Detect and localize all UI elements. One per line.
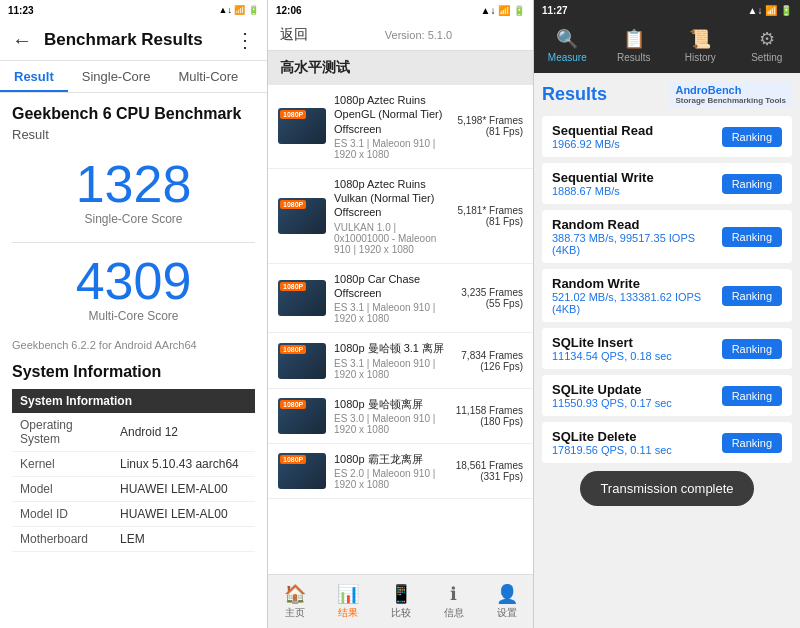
list-item[interactable]: 1080P 1080p Aztec Ruins OpenGL (Normal T… xyxy=(268,85,533,169)
ranking-button[interactable]: Ranking xyxy=(722,227,782,247)
back-button-p1[interactable]: ← xyxy=(12,29,32,52)
top-nav-icon: 📜 xyxy=(689,28,711,50)
game-name: 1080p Car Chase Offscreen xyxy=(334,272,455,301)
resolution-badge: 1080P xyxy=(280,455,306,464)
game-info: 1080p 曼哈顿离屏 ES 3.0 | Maleoon 910 | 1920 … xyxy=(334,397,450,435)
status-icons-p1: ▲↓ 📶 🔋 xyxy=(219,5,259,15)
benchmark-row: Random Read 388.73 MB/s, 99517.35 IOPS (… xyxy=(542,210,792,263)
results-header: Results AndroBench Storage Benchmarking … xyxy=(542,81,792,108)
tab-multi-core[interactable]: Multi-Core xyxy=(164,61,252,92)
game-detail: ES 3.0 | Maleoon 910 | 1920 x 1080 xyxy=(334,413,450,435)
bottom-nav-item-结果[interactable]: 📊 结果 xyxy=(321,579,374,624)
sys-key: Operating System xyxy=(12,413,112,452)
list-item[interactable]: 1080P 1080p 霸王龙离屏 ES 2.0 | Maleoon 910 |… xyxy=(268,444,533,499)
sys-value: HUAWEI LEM-AL00 xyxy=(112,502,255,527)
single-score: 1328 xyxy=(12,158,255,210)
top-nav-label: Setting xyxy=(751,52,782,63)
list-item[interactable]: 1080P 1080p 曼哈顿 3.1 离屏 ES 3.1 | Maleoon … xyxy=(268,333,533,388)
game-score: 3,235 Frames (55 Fps) xyxy=(461,287,523,309)
statusbar-p2: 12:06 ▲↓ 📶 🔋 xyxy=(268,0,533,20)
ranking-button[interactable]: Ranking xyxy=(722,386,782,406)
resolution-badge: 1080P xyxy=(280,110,306,119)
bottom-nav-item-主页[interactable]: 🏠 主页 xyxy=(268,579,321,624)
list-item[interactable]: 1080P 1080p 曼哈顿离屏 ES 3.0 | Maleoon 910 |… xyxy=(268,389,533,444)
row-name: Random Read xyxy=(552,217,722,232)
back-button-p2[interactable]: 返回 xyxy=(280,26,308,44)
game-info: 1080p Aztec Ruins OpenGL (Normal Tier) O… xyxy=(334,93,451,160)
game-thumbnail: 1080P xyxy=(278,343,326,379)
game-score: 11,158 Frames (180 Fps) xyxy=(456,405,523,427)
top-nav-label: Measure xyxy=(548,52,587,63)
multi-score: 4309 xyxy=(12,255,255,307)
game-detail: ES 3.1 | Maleoon 910 | 1920 x 1080 xyxy=(334,302,455,324)
fps-count: (81 Fps) xyxy=(457,126,523,137)
nav-icon: 🏠 xyxy=(284,583,306,605)
ranking-button[interactable]: Ranking xyxy=(722,174,782,194)
row-info: Sequential Write 1888.67 MB/s xyxy=(552,170,654,197)
ranking-button[interactable]: Ranking xyxy=(722,339,782,359)
time-p1: 11:23 xyxy=(8,5,34,16)
ranking-button[interactable]: Ranking xyxy=(722,433,782,453)
row-name: SQLite Update xyxy=(552,382,672,397)
statusbar-p3: 11:27 ▲↓ 📶 🔋 xyxy=(534,0,800,20)
fps-count: (180 Fps) xyxy=(456,416,523,427)
top-nav-item-setting[interactable]: ⚙ Setting xyxy=(734,24,801,67)
nav-label: 比较 xyxy=(391,606,411,620)
score-divider xyxy=(12,242,255,243)
bottom-nav-item-比较[interactable]: 📱 比较 xyxy=(374,579,427,624)
list-item[interactable]: 1080P 1080p Car Chase Offscreen ES 3.1 |… xyxy=(268,264,533,334)
sys-table-header: System Information xyxy=(12,389,255,413)
game-detail: VULKAN 1.0 | 0x10001000 - Maleoon 910 | … xyxy=(334,222,451,255)
sys-section-header: System Information xyxy=(12,363,255,381)
benchmark-row: Random Write 521.02 MB/s, 133381.62 IOPS… xyxy=(542,269,792,322)
benchmark-row: Sequential Read 1966.92 MB/s Ranking xyxy=(542,116,792,157)
game-name: 1080p Aztec Ruins Vulkan (Normal Tier) O… xyxy=(334,177,451,220)
page-title-p1: Benchmark Results xyxy=(44,30,235,50)
top-nav-item-history[interactable]: 📜 History xyxy=(667,24,734,67)
logo-main: AndroBench xyxy=(675,84,786,96)
top-nav-icon: ⚙ xyxy=(759,28,775,50)
androbench-logo: AndroBench Storage Benchmarking Tools xyxy=(669,81,792,108)
game-name: 1080p Aztec Ruins OpenGL (Normal Tier) O… xyxy=(334,93,451,136)
game-detail: ES 3.1 | Maleoon 910 | 1920 x 1080 xyxy=(334,138,451,160)
row-name: Sequential Write xyxy=(552,170,654,185)
single-score-section: 1328 Single-Core Score xyxy=(12,158,255,226)
frame-count: 5,198* Frames xyxy=(457,115,523,126)
header-p1: ← Benchmark Results ⋮ xyxy=(0,20,267,61)
game-score: 5,198* Frames (81 Fps) xyxy=(457,115,523,137)
ranking-button[interactable]: Ranking xyxy=(722,286,782,306)
game-score: 5,181* Frames (81 Fps) xyxy=(457,205,523,227)
statusbar-p1: 11:23 ▲↓ 📶 🔋 xyxy=(0,0,267,20)
game-info: 1080p Car Chase Offscreen ES 3.1 | Maleo… xyxy=(334,272,455,325)
sys-value: HUAWEI LEM-AL00 xyxy=(112,477,255,502)
gfx-title: 高水平测试 xyxy=(268,51,533,85)
nav-label: 结果 xyxy=(338,606,358,620)
bottom-nav-item-信息[interactable]: ℹ 信息 xyxy=(427,579,480,624)
ranking-button[interactable]: Ranking xyxy=(722,127,782,147)
time-p3: 11:27 xyxy=(542,5,568,16)
nav-icon: 📱 xyxy=(390,583,412,605)
top-nav-item-measure[interactable]: 🔍 Measure xyxy=(534,24,601,67)
fps-count: (81 Fps) xyxy=(457,216,523,227)
list-item[interactable]: 1080P 1080p Aztec Ruins Vulkan (Normal T… xyxy=(268,169,533,264)
tab-result[interactable]: Result xyxy=(0,61,68,92)
row-value: 1888.67 MB/s xyxy=(552,185,654,197)
table-row: KernelLinux 5.10.43 aarch64 xyxy=(12,452,255,477)
row-name: Random Write xyxy=(552,276,722,291)
table-row: Operating SystemAndroid 12 xyxy=(12,413,255,452)
nav-label: 设置 xyxy=(497,606,517,620)
tab-single-core[interactable]: Single-Core xyxy=(68,61,165,92)
top-nav-item-results[interactable]: 📋 Results xyxy=(601,24,668,67)
game-name: 1080p 曼哈顿 3.1 离屏 xyxy=(334,341,455,355)
row-info: Random Write 521.02 MB/s, 133381.62 IOPS… xyxy=(552,276,722,315)
sys-key: Model ID xyxy=(12,502,112,527)
results-title: Results xyxy=(542,84,607,105)
game-score: 18,561 Frames (331 Fps) xyxy=(456,460,523,482)
top-nav-label: Results xyxy=(617,52,650,63)
more-button-p1[interactable]: ⋮ xyxy=(235,28,255,52)
row-info: Sequential Read 1966.92 MB/s xyxy=(552,123,653,150)
benchmark-row: SQLite Insert 11134.54 QPS, 0.18 sec Ran… xyxy=(542,328,792,369)
version-label: Version: 5.1.0 xyxy=(385,29,452,41)
fps-count: (126 Fps) xyxy=(461,361,523,372)
bottom-nav-item-设置[interactable]: 👤 设置 xyxy=(480,579,533,624)
